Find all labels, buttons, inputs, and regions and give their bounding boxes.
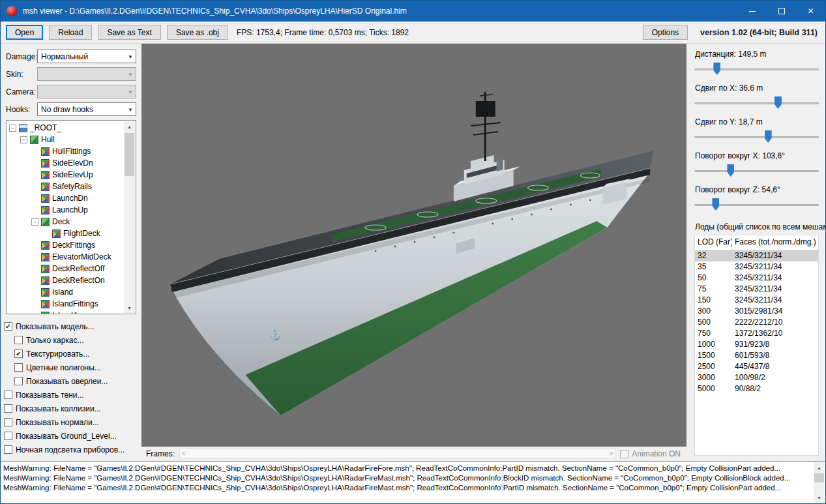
scroll-left-icon[interactable]: < <box>182 451 186 457</box>
tree-item-Hull[interactable]: -Hull <box>8 134 124 145</box>
lod-row[interactable]: 500090/88/2 <box>695 383 818 394</box>
slider-thumb[interactable] <box>765 130 772 143</box>
tree-scrollbar[interactable]: ▲ ▼ <box>124 121 135 313</box>
faces-value: 3245/3211/34 <box>732 295 818 306</box>
close-button[interactable]: ✕ <box>796 1 825 22</box>
lod-row[interactable]: 503245/3211/34 <box>695 273 818 284</box>
display-option[interactable]: ✔Показывать модель... <box>4 319 140 333</box>
lod-row[interactable]: 353245/3211/34 <box>695 261 818 273</box>
display-option[interactable]: Показывать оверлеи... <box>14 374 140 388</box>
open-button[interactable]: Open <box>6 25 43 40</box>
tree-item-DeckReflectOff[interactable]: DeckReflectOff <box>8 263 124 274</box>
reload-button[interactable]: Reload <box>49 25 92 40</box>
frames-label: Frames: <box>146 449 175 458</box>
option-label: Показывать нормали... <box>16 418 99 427</box>
tree-item-IslandFittings[interactable]: IslandFittings <box>8 298 124 310</box>
display-option[interactable]: Показывать тени... <box>4 388 140 402</box>
tree-item-LaunchUp[interactable]: LaunchUp <box>8 204 124 216</box>
tree-expander-icon[interactable]: - <box>20 136 27 143</box>
lod-row[interactable]: 753245/3211/34 <box>695 284 818 295</box>
checkbox-icon[interactable] <box>4 445 12 454</box>
checkbox-icon[interactable] <box>4 404 12 413</box>
slider[interactable] <box>694 63 819 76</box>
faces-value: 445/437/8 <box>732 361 818 372</box>
scroll-up-icon[interactable]: ▲ <box>124 121 135 132</box>
slider-thumb[interactable] <box>712 198 719 211</box>
checkbox-icon[interactable]: ✔ <box>4 322 12 331</box>
checkbox-icon[interactable] <box>4 418 12 426</box>
hooks-row: Hooks: No draw hooks ▾ <box>1 100 141 118</box>
slider[interactable] <box>694 96 819 110</box>
viewport-3d[interactable]: ⚓ <box>141 44 686 447</box>
scroll-down-icon[interactable]: ▼ <box>814 492 825 503</box>
slider[interactable] <box>694 130 819 144</box>
tree-item-DeckReflectOn[interactable]: DeckReflectOn <box>8 274 124 286</box>
tree-expander-icon[interactable]: - <box>9 125 16 132</box>
maximize-button[interactable] <box>767 1 796 22</box>
lod-row[interactable]: 1500601/593/8 <box>695 350 818 361</box>
log-panel: MeshWarning: FileName = "Games\Il.2.DGen… <box>1 461 825 503</box>
tree-item-FlightDeck[interactable]: FlightDeck <box>8 228 124 239</box>
lod-row[interactable]: 5002222/2212/10 <box>695 317 818 328</box>
mesh-tree[interactable]: -_ROOT_-HullHullFittingsSideElevDnSideEl… <box>6 120 136 314</box>
lod-row[interactable]: 3000100/98/2 <box>695 372 818 383</box>
tree-item-SideElevUp[interactable]: SideElevUp <box>8 169 124 181</box>
display-option[interactable]: Ночная подсветка приборов... <box>4 443 140 456</box>
tree-item-HullFittings[interactable]: HullFittings <box>8 145 124 157</box>
slider-thumb[interactable] <box>774 96 782 109</box>
display-option[interactable]: Цветные полигоны... <box>14 361 140 374</box>
scroll-thumb[interactable] <box>125 133 134 176</box>
lod-row[interactable]: 2500445/437/8 <box>695 361 818 372</box>
log-scrollbar[interactable]: ▲ ▼ <box>814 462 825 503</box>
tree-item-ElevatorMidDeck[interactable]: ElevatorMidDeck <box>8 251 124 263</box>
slider[interactable] <box>694 198 819 212</box>
tree-item-IslandArray[interactable]: IslandArray <box>8 310 124 314</box>
slider-thumb[interactable] <box>727 164 734 177</box>
lod-row[interactable]: 3003015/2981/34 <box>695 306 818 317</box>
display-option[interactable]: Показывать нормали... <box>4 415 140 429</box>
options-button[interactable]: Options <box>643 25 688 40</box>
slider-thumb[interactable] <box>713 63 720 75</box>
lod-row[interactable]: 1503245/3211/34 <box>695 295 818 306</box>
lod-row[interactable]: 7501372/1362/10 <box>695 328 818 339</box>
scroll-down-icon[interactable]: ▼ <box>124 303 135 313</box>
titlebar[interactable]: msh viewer - D:\Games\Il.2.DGen\#DGEN\TE… <box>1 1 825 22</box>
display-option[interactable]: Показывать Ground_Level... <box>4 429 140 443</box>
animation-on-checkbox[interactable]: Animation ON <box>620 449 681 458</box>
lod-row[interactable]: 323245/3211/34 <box>695 250 818 261</box>
display-option[interactable]: ✔Текстурировать... <box>14 347 140 361</box>
save-as-text-button[interactable]: Save as Text <box>98 25 160 40</box>
tree-expander-icon[interactable]: - <box>31 218 38 226</box>
scroll-up-icon[interactable]: ▲ <box>814 462 825 473</box>
tree-item-LaunchDn[interactable]: LaunchDn <box>8 192 124 204</box>
minimize-button[interactable] <box>737 1 767 22</box>
checkbox-icon[interactable] <box>4 432 12 440</box>
faces-column-header[interactable]: Faces (tot./norm./dmg.) <box>732 235 818 250</box>
checkbox-icon[interactable] <box>14 363 23 372</box>
checkbox-icon[interactable] <box>620 450 628 458</box>
checkbox-icon[interactable] <box>4 391 12 399</box>
tree-item-SideElevDn[interactable]: SideElevDn <box>8 157 124 169</box>
tree-item-_ROOT_[interactable]: -_ROOT_ <box>8 122 124 134</box>
tree-item-Deck[interactable]: -Deck <box>8 216 124 228</box>
log-line: MeshWarning: FileName = "Games\Il.2.DGen… <box>3 473 812 483</box>
checkbox-icon[interactable] <box>14 377 23 385</box>
display-option[interactable]: Показывать коллизии... <box>4 402 140 415</box>
checkbox-icon[interactable] <box>14 336 23 344</box>
lod-row[interactable]: 1000931/923/8 <box>695 339 818 350</box>
tree-item-DeckFittings[interactable]: DeckFittings <box>8 239 124 251</box>
scroll-thumb[interactable] <box>814 473 824 482</box>
damage-select[interactable]: Нормальный ▾ <box>37 50 136 63</box>
tree-item-Island[interactable]: Island <box>8 286 124 298</box>
faces-value: 601/593/8 <box>732 350 818 361</box>
checkbox-icon[interactable]: ✔ <box>14 349 23 358</box>
tree-item-label: SideElevUp <box>52 170 93 179</box>
hooks-select[interactable]: No draw hooks ▾ <box>37 102 136 116</box>
display-option[interactable]: Только каркас... <box>14 333 140 347</box>
save-as-obj-button[interactable]: Save as .obj <box>167 25 228 40</box>
scroll-right-icon[interactable]: > <box>609 451 613 457</box>
frames-scrollbar[interactable]: < > <box>179 449 615 459</box>
tree-item-SafetyRails[interactable]: SafetyRails <box>8 181 124 192</box>
lod-column-header[interactable]: LOD (Far) <box>695 235 732 250</box>
slider[interactable] <box>694 164 819 178</box>
